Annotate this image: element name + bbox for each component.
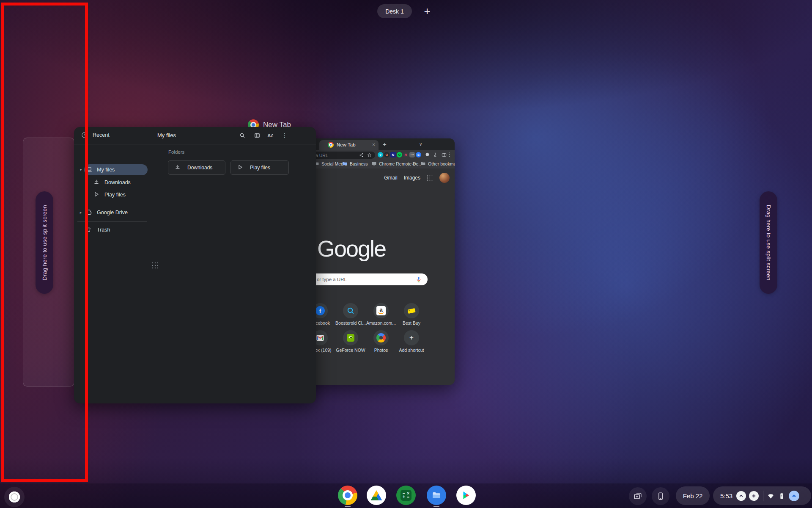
files-title: My files <box>157 132 176 138</box>
split-screen-left-zone[interactable]: Drag here to use split screen <box>36 191 53 294</box>
calculator-app-icon: − × + = <box>396 486 416 505</box>
drag-handle-dots[interactable] <box>151 262 158 268</box>
facebook-icon: f <box>315 306 325 315</box>
google-play-app-icon <box>456 486 476 505</box>
desk-label: Desk 1 <box>385 8 404 15</box>
folder-blue-icon <box>342 161 348 166</box>
browser-menu-icon[interactable]: ⋮ <box>447 152 452 157</box>
shortcut-photos[interactable]: Photos <box>366 330 396 353</box>
caret-right-icon: ▸ <box>77 210 84 215</box>
extension-icon-0[interactable]: 9 <box>378 152 383 157</box>
view-grid-icon[interactable] <box>253 132 261 139</box>
sidebar-divider <box>77 203 147 203</box>
phone-icon <box>656 491 665 501</box>
files-app-icon <box>427 486 446 505</box>
android-status-icon <box>789 491 799 501</box>
shortcut-geforce-now[interactable]: GeForce NOW <box>335 330 366 353</box>
files-window[interactable]: Recent My files AZ ⋮ ▾My filesD <box>74 127 316 403</box>
battery-charging-icon <box>778 492 786 500</box>
extension-icon-3[interactable]: G <box>397 152 402 157</box>
images-link[interactable]: Images <box>404 175 420 181</box>
bookmark-other-bookmarks[interactable]: Other bookmarks <box>420 161 455 166</box>
share-icon[interactable] <box>359 152 364 158</box>
tab-close-icon[interactable]: × <box>372 142 375 148</box>
avatar[interactable] <box>439 173 450 183</box>
files-sidebar-item-trash[interactable]: Trash <box>74 224 150 235</box>
folder-icon <box>420 161 426 166</box>
remote-desktop-icon <box>371 161 377 166</box>
google-drive-icon <box>85 208 93 217</box>
notification-arrow-up-icon <box>736 491 746 501</box>
shelf-app-calculator[interactable]: − × + = <box>396 486 416 505</box>
shelf-app-files[interactable] <box>427 486 446 505</box>
extension-icon-1[interactable]: O <box>384 152 390 157</box>
time-label: 5:53 <box>720 492 732 500</box>
wifi-icon <box>767 492 775 500</box>
shelf-app-google-drive[interactable] <box>367 486 386 505</box>
extension-icon-4[interactable]: R <box>403 152 409 157</box>
caret-down-icon: ▾ <box>77 168 84 172</box>
sort-az-icon[interactable]: AZ <box>266 132 274 139</box>
bookmark-star-icon[interactable] <box>367 152 372 158</box>
clock-icon <box>81 131 88 139</box>
trash-icon <box>85 226 93 234</box>
shortcut-add-shortcut[interactable]: +Add shortcut <box>396 330 427 353</box>
google-drive-app-icon <box>367 486 386 505</box>
shelf-app-chrome[interactable] <box>338 486 357 505</box>
shelf-app-google-play[interactable] <box>456 486 476 505</box>
plus-glyph: + <box>403 495 405 499</box>
date-label: Feb 22 <box>683 492 703 500</box>
flask-icon[interactable] <box>433 152 439 158</box>
google-photos-icon <box>376 333 386 342</box>
files-header: Recent My files AZ ⋮ <box>74 127 316 144</box>
boosteroid-icon <box>346 306 356 316</box>
files-sidebar-item-play-files[interactable]: Play files <box>74 189 150 200</box>
extension-icon-5[interactable]: ⋯ <box>409 152 415 157</box>
side-panel-icon[interactable] <box>441 152 447 158</box>
amazon-icon: a <box>376 306 386 315</box>
desk-1-button[interactable]: Desk 1 <box>377 4 412 18</box>
tab-new-tab[interactable]: New Tab × <box>319 140 379 150</box>
phone-hub-button[interactable] <box>652 487 669 505</box>
launcher-button[interactable] <box>4 487 25 507</box>
extensions-row: 9ONGR⋯S <box>378 151 421 158</box>
extension-icon-2[interactable]: N <box>390 152 396 157</box>
folders-heading: Folders <box>168 149 184 155</box>
status-area[interactable]: 5:53 <box>713 486 811 505</box>
new-tab-button[interactable]: + <box>383 141 387 148</box>
sidebar-divider <box>77 221 147 222</box>
play-icon <box>236 163 245 172</box>
files-sidebar: ▾My filesDownloadsPlay files▸Google Driv… <box>74 144 150 403</box>
screen-capture-button[interactable] <box>629 487 647 505</box>
extensions-puzzle-icon[interactable] <box>424 152 430 158</box>
folder-card-play-files[interactable]: Play files <box>230 160 289 175</box>
search-icon[interactable] <box>239 132 246 139</box>
calendar-date-button[interactable]: Feb 22 <box>676 486 710 505</box>
new-desk-button[interactable]: + <box>420 3 435 19</box>
google-apps-icon[interactable] <box>427 175 433 181</box>
shortcut-boosteroid-cl[interactable]: Boosteroid Cl... <box>335 303 366 326</box>
plus-icon: + <box>424 5 430 18</box>
split-screen-right-zone[interactable]: Drag here to use split screen <box>760 191 777 294</box>
folder-card-downloads[interactable]: Downloads <box>168 160 225 175</box>
tab-search-icon[interactable]: ∨ <box>419 142 422 146</box>
files-menu-icon[interactable]: ⋮ <box>281 132 288 139</box>
files-sidebar-item-google-drive[interactable]: ▸Google Drive <box>74 207 150 218</box>
download-icon <box>174 163 182 172</box>
recent-label: Recent <box>93 132 110 138</box>
files-sidebar-item-downloads[interactable]: Downloads <box>74 177 150 188</box>
bookmark-[interactable]: » <box>412 161 415 166</box>
play-icon <box>93 190 101 199</box>
bookmark-business[interactable]: Business <box>342 161 368 166</box>
voice-search-icon[interactable] <box>415 276 422 283</box>
divider <box>763 491 763 501</box>
chrome-app-icon <box>338 486 357 505</box>
split-right-label: Drag here to use split screen <box>765 205 772 280</box>
selected-highlight <box>84 164 148 175</box>
gmail-link[interactable]: Gmail <box>384 175 397 181</box>
files-nav-recent[interactable]: Recent <box>81 131 110 139</box>
extension-icon-6[interactable]: S <box>416 152 421 157</box>
shortcut-best-buy[interactable]: Best Buy <box>396 303 427 326</box>
shortcut-amazon-com[interactable]: aAmazon.com... <box>366 303 396 326</box>
files-sidebar-item-my-files[interactable]: ▾My files <box>74 164 150 175</box>
